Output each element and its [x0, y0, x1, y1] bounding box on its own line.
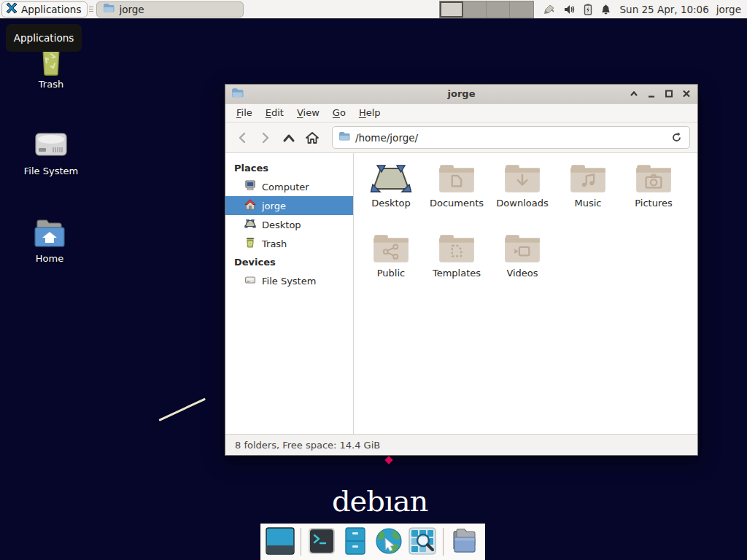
- workspace-2[interactable]: [463, 1, 487, 18]
- app-finder-icon: [409, 527, 436, 557]
- show-desktop-button[interactable]: [266, 527, 295, 556]
- sidebar: Places Computer: [225, 153, 354, 434]
- battery-icon[interactable]: [584, 4, 592, 15]
- file-item-label: Downloads: [496, 198, 548, 209]
- notification-bell-icon[interactable]: [600, 4, 611, 15]
- tooltip-text: Applications: [14, 32, 74, 44]
- minimize-button[interactable]: [646, 89, 657, 99]
- home-folder-icon: [6, 217, 93, 250]
- terminal-launcher[interactable]: [307, 527, 336, 556]
- menu-file[interactable]: File: [230, 104, 259, 121]
- documents-folder-icon: [437, 162, 476, 195]
- sidebar-item-trash[interactable]: Trash: [225, 234, 353, 253]
- desktop-artifact-line: [158, 398, 206, 421]
- home-icon: [244, 199, 256, 212]
- panel-clock[interactable]: Sun 25 Apr, 10:06: [620, 4, 709, 15]
- stylus-device-icon[interactable]: [543, 4, 556, 15]
- volume-icon[interactable]: [564, 4, 576, 15]
- sidebar-item-file-system[interactable]: File System: [225, 271, 353, 290]
- folder-launcher[interactable]: [449, 527, 479, 556]
- file-item-label: Pictures: [635, 198, 672, 209]
- app-finder-launcher[interactable]: [408, 527, 437, 556]
- menubar: File Edit View Go Help: [225, 104, 697, 122]
- sidebar-item-label: Computer: [262, 182, 309, 192]
- sidebar-header-places: Places: [225, 159, 353, 177]
- status-text: 8 folders, Free space: 14.4 GiB: [235, 440, 380, 451]
- downloads-folder-icon: [503, 162, 542, 195]
- home-button[interactable]: [301, 127, 323, 149]
- system-tray: [543, 4, 611, 15]
- debian-logo-i: ı: [384, 484, 393, 518]
- dock-folder-icon: [449, 527, 479, 557]
- sidebar-item-computer[interactable]: Computer: [225, 177, 353, 196]
- menu-go[interactable]: Go: [326, 104, 352, 121]
- file-item-templates[interactable]: Templates: [424, 232, 489, 302]
- desktop-icon-label: Trash: [7, 79, 95, 90]
- applications-tooltip: Applications: [6, 24, 82, 52]
- sidebar-item-desktop[interactable]: Desktop: [225, 215, 353, 234]
- desktop-mini-icon: [244, 218, 256, 231]
- sidebar-item-label: Trash: [262, 238, 287, 249]
- trash-mini-icon: [244, 237, 256, 250]
- panel-handle[interactable]: [89, 4, 95, 15]
- reload-button[interactable]: [667, 129, 685, 147]
- shade-button[interactable]: [629, 89, 639, 99]
- menu-view[interactable]: View: [290, 104, 326, 121]
- bottom-dock: [260, 524, 485, 560]
- desktop-icon-home[interactable]: Home: [6, 217, 93, 264]
- terminal-icon: [308, 527, 336, 557]
- window-title: jorge: [225, 88, 697, 99]
- debian-logo: deb ı an: [332, 481, 427, 518]
- path-bar[interactable]: /home/jorge/: [332, 126, 690, 149]
- file-item-downloads[interactable]: Downloads: [489, 162, 555, 232]
- dock-separator: [443, 528, 444, 556]
- file-item-documents[interactable]: Documents: [424, 162, 489, 232]
- web-browser-launcher[interactable]: [374, 527, 403, 556]
- desktop-icon-label: File System: [7, 166, 95, 176]
- file-manager-launcher[interactable]: [341, 527, 370, 556]
- file-item-pictures[interactable]: Pictures: [621, 162, 686, 232]
- debian-logo-text: an: [393, 484, 428, 518]
- drive-mini-icon: [244, 275, 256, 287]
- top-panel: Applications jorge: [0, 0, 747, 19]
- sidebar-item-jorge[interactable]: jorge: [225, 196, 353, 215]
- menu-edit[interactable]: Edit: [259, 104, 290, 121]
- forward-button[interactable]: [255, 127, 276, 149]
- applications-menu-button[interactable]: Applications: [1, 1, 88, 18]
- file-item-music[interactable]: Music: [555, 162, 621, 232]
- show-desktop-icon: [266, 527, 295, 557]
- workspace-4[interactable]: [510, 1, 533, 18]
- sidebar-item-label: File System: [262, 276, 316, 287]
- web-browser-globe-icon: [374, 526, 403, 558]
- file-item-label: Templates: [433, 268, 481, 279]
- path-folder-icon: [338, 131, 350, 144]
- workspace-1[interactable]: [440, 1, 463, 18]
- close-button[interactable]: [681, 89, 692, 99]
- workspace-3[interactable]: [487, 1, 510, 18]
- workspace-switcher: [439, 1, 534, 18]
- maximize-button[interactable]: [664, 89, 674, 99]
- file-item-videos[interactable]: Videos: [489, 232, 555, 302]
- file-cabinet-icon: [343, 526, 368, 558]
- public-folder-icon: [371, 232, 411, 265]
- menu-help[interactable]: Help: [352, 104, 387, 121]
- panel-user-menu[interactable]: jorge: [716, 4, 741, 15]
- debian-logo-text: deb: [332, 484, 384, 518]
- computer-icon: [244, 180, 256, 193]
- desktop-icon-file-system[interactable]: File System: [7, 128, 95, 176]
- debian-red-dot: [384, 456, 392, 464]
- back-button[interactable]: [231, 127, 253, 149]
- desktop-icon-label: Home: [6, 253, 93, 264]
- file-item-desktop[interactable]: Desktop: [358, 162, 424, 232]
- path-input[interactable]: /home/jorge/: [355, 132, 662, 144]
- file-manager-window: jorge File Edit View Go Help: [225, 84, 698, 456]
- videos-folder-icon: [503, 232, 542, 265]
- statusbar: 8 folders, Free space: 14.4 GiB: [225, 434, 697, 455]
- folder-icon: [103, 3, 115, 15]
- file-item-public[interactable]: Public: [358, 232, 424, 302]
- window-titlebar[interactable]: jorge: [225, 85, 697, 104]
- window-folder-icon: [231, 88, 244, 101]
- up-button[interactable]: [278, 127, 300, 149]
- taskbar-window-button[interactable]: jorge: [96, 1, 244, 18]
- desktop-special-icon: [370, 162, 412, 195]
